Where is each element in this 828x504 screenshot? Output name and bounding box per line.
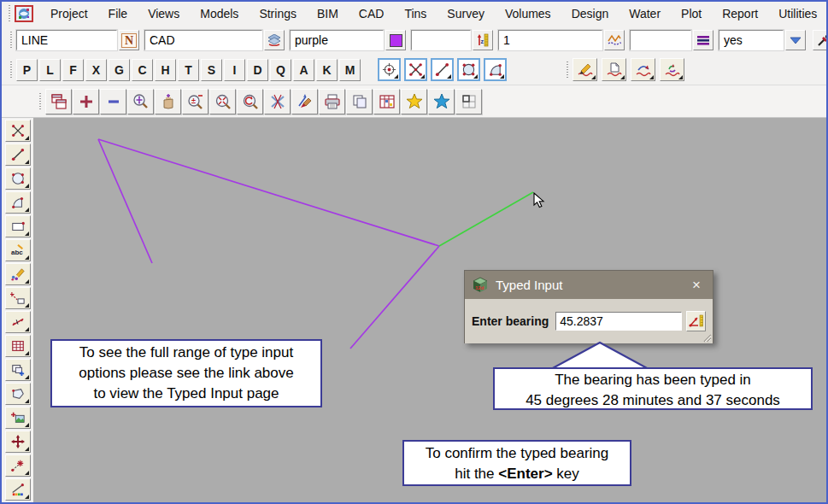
circle-snap-button[interactable] (457, 58, 480, 81)
toolbar-grip[interactable] (9, 62, 14, 79)
menu-volumes[interactable]: Volumes (495, 3, 561, 24)
new-view-button[interactable] (45, 89, 72, 114)
letter-button-p[interactable]: P (16, 59, 38, 81)
letter-button-a[interactable]: A (293, 59, 314, 81)
letter-button-i[interactable]: I (224, 59, 245, 81)
menu-report[interactable]: Report (712, 3, 768, 24)
visible-input[interactable] (719, 30, 784, 50)
menu-plot[interactable]: Plot (671, 3, 712, 24)
letter-button-x[interactable]: X (85, 59, 107, 81)
toolbar-grip[interactable] (38, 93, 43, 110)
intersection-tool-button[interactable] (5, 120, 31, 142)
letter-button-h[interactable]: H (155, 59, 176, 81)
delete-views-button[interactable] (264, 89, 291, 114)
bearing-picker-button[interactable] (686, 311, 706, 331)
letter-button-k[interactable]: K (316, 59, 338, 81)
resize-grip[interactable] (700, 331, 712, 343)
eyedropper-button[interactable] (813, 30, 828, 50)
model-input[interactable] (144, 30, 262, 50)
menu-survey[interactable]: Survey (437, 3, 495, 24)
drawing-canvas[interactable]: 12d Typed Input × Enter bearing (33, 118, 826, 502)
image-tool-button[interactable] (5, 407, 31, 429)
cad-field-toolbar: N z (2, 26, 826, 55)
line-snap-button[interactable] (431, 58, 454, 81)
letter-button-f[interactable]: F (62, 59, 84, 81)
name-button[interactable]: N (119, 30, 139, 50)
view-layout-button[interactable] (455, 89, 482, 114)
menu-project[interactable]: Project (40, 3, 98, 24)
text-tool-button[interactable]: abc (5, 239, 31, 261)
pan-button[interactable] (155, 89, 181, 114)
copy-tool-button[interactable] (5, 359, 31, 381)
toolbar-grip[interactable] (9, 32, 14, 49)
letter-button-q[interactable]: Q (270, 59, 291, 81)
redraw-button[interactable] (291, 89, 318, 114)
zoom-shrink-button[interactable] (209, 89, 236, 114)
visible-dropdown-button[interactable] (785, 30, 806, 50)
menu-tins[interactable]: Tins (394, 3, 437, 24)
label-pointer-button[interactable] (5, 287, 31, 309)
toolbar-grip[interactable] (566, 62, 570, 79)
favourite-yellow-button[interactable] (401, 89, 427, 114)
edit-string-button[interactable] (573, 58, 597, 81)
menu-bim[interactable]: BIM (307, 3, 349, 24)
page-string-button[interactable] (602, 58, 626, 81)
colour-input[interactable] (290, 30, 384, 50)
favourite-blue-button[interactable] (428, 89, 455, 114)
create-point-button[interactable] (5, 454, 31, 477)
letter-button-l[interactable]: L (39, 59, 61, 81)
stacked-windows-icon (50, 93, 68, 110)
letter-button-t[interactable]: T (178, 59, 199, 81)
menu-utilities[interactable]: Utilities (768, 3, 827, 24)
line-tool-button[interactable] (5, 144, 31, 166)
measure-tool-button[interactable] (5, 311, 31, 333)
bearing-input[interactable] (555, 312, 682, 331)
plus-icon (78, 93, 95, 110)
linestyle-input[interactable] (630, 30, 691, 50)
tin-picker-button[interactable] (604, 30, 625, 50)
intersection-snap-button[interactable] (404, 58, 427, 81)
grid-tool-button[interactable] (5, 335, 31, 357)
previous-view-button[interactable] (237, 89, 263, 114)
menu-water[interactable]: Water (619, 3, 671, 24)
model-picker-button[interactable] (264, 30, 285, 50)
letter-button-s[interactable]: S (201, 59, 222, 81)
copy-view-button[interactable] (346, 89, 373, 114)
arc-snap-button[interactable] (484, 58, 507, 81)
letter-button-g[interactable]: G (109, 59, 130, 81)
colour-picker-button[interactable] (385, 30, 406, 50)
style-brush-button[interactable] (5, 263, 31, 285)
letter-button-m[interactable]: M (339, 59, 361, 81)
toolbar-grip[interactable] (8, 5, 12, 22)
point-snap-button[interactable] (378, 58, 401, 81)
arrow-string-button[interactable] (631, 58, 655, 81)
print-button[interactable] (319, 89, 345, 114)
add-view-button[interactable] (73, 89, 99, 114)
plan-grid-button[interactable] (373, 89, 400, 114)
zoom-scale-button[interactable]: ± (182, 89, 208, 114)
colour-segment-button[interactable] (5, 478, 31, 501)
linestyle-picker-button[interactable] (693, 30, 713, 50)
weight-input[interactable] (498, 30, 602, 50)
close-icon[interactable]: × (687, 276, 706, 295)
height-picker-button[interactable]: z (473, 30, 493, 50)
polygon-tool-button[interactable] (5, 383, 31, 405)
menu-file[interactable]: File (98, 3, 138, 24)
zoom-button[interactable] (127, 89, 154, 114)
letter-button-c[interactable]: C (132, 59, 153, 81)
circle-tool-button[interactable] (5, 167, 31, 190)
dialog-title-bar[interactable]: 12d Typed Input × (465, 271, 713, 299)
menu-models[interactable]: Models (190, 3, 249, 24)
rectangle-tool-button[interactable] (5, 215, 31, 237)
menu-cad[interactable]: CAD (349, 3, 395, 24)
remove-view-button[interactable] (100, 89, 126, 114)
move-tool-button[interactable] (5, 431, 31, 453)
menu-views[interactable]: Views (138, 3, 190, 24)
string-type-input[interactable] (16, 30, 117, 50)
recolor-string-button[interactable] (660, 58, 684, 81)
height-input[interactable] (411, 30, 471, 50)
arc-tool-button[interactable] (5, 191, 31, 214)
menu-strings[interactable]: Strings (249, 3, 307, 24)
letter-button-d[interactable]: D (247, 59, 268, 81)
menu-design[interactable]: Design (561, 3, 620, 24)
